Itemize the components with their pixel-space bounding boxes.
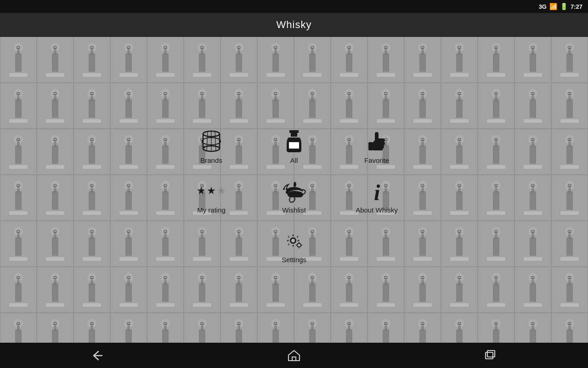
- clock: 7:27: [571, 3, 582, 10]
- brands-label: Brands: [200, 156, 222, 164]
- my-rating-button[interactable]: ★ ★ ★ My rating: [188, 178, 234, 214]
- info-icon: i: [363, 178, 390, 203]
- svg-rect-14: [289, 142, 299, 149]
- stars-icon: ★ ★ ★: [198, 178, 225, 203]
- thumbsup-icon: [363, 128, 390, 154]
- app-title: Whisky: [277, 19, 312, 31]
- gear-icon: [280, 228, 308, 253]
- svg-rect-24: [292, 357, 296, 361]
- favorite-button[interactable]: Favorite: [354, 128, 400, 164]
- menu-row-3: Settings: [271, 228, 317, 264]
- all-button[interactable]: All: [271, 128, 317, 164]
- back-button[interactable]: [84, 346, 112, 365]
- svg-point-22: [298, 244, 300, 247]
- bottle-icon: [280, 128, 308, 154]
- battery-icon: 📶: [549, 3, 557, 10]
- menu-row-2: ★ ★ ★ My rating: [188, 178, 400, 214]
- about-whisky-button[interactable]: i About Whisky: [354, 178, 400, 214]
- app-bar: Whisky: [0, 13, 588, 37]
- svg-line-9: [207, 132, 208, 151]
- svg-rect-13: [291, 133, 297, 137]
- svg-rect-12: [289, 130, 299, 133]
- svg-rect-26: [487, 351, 495, 357]
- svg-point-17: [286, 188, 288, 190]
- svg-line-11: [215, 132, 216, 151]
- network-indicator: 3G: [539, 3, 547, 10]
- settings-label: Settings: [282, 256, 306, 264]
- main-content: Brands All: [0, 37, 588, 355]
- lamp-icon: [280, 178, 308, 203]
- menu-row-1: Brands All: [188, 128, 400, 164]
- wishlist-label: Wishlist: [282, 206, 306, 214]
- home-button[interactable]: [280, 346, 308, 365]
- svg-point-20: [291, 239, 295, 242]
- my-rating-label: My rating: [197, 206, 226, 214]
- barrel-icon: [198, 128, 225, 154]
- battery-level: 🔋: [560, 3, 568, 10]
- all-label: All: [290, 156, 298, 164]
- svg-point-16: [283, 188, 285, 190]
- status-bar: 3G 📶 🔋 7:27: [0, 0, 588, 13]
- svg-text:i: i: [374, 180, 380, 203]
- favorite-label: Favorite: [364, 156, 389, 164]
- brands-button[interactable]: Brands: [188, 128, 234, 164]
- wishlist-button[interactable]: Wishlist: [271, 178, 317, 214]
- recents-button[interactable]: [476, 346, 504, 365]
- nav-bar: [0, 343, 588, 368]
- about-whisky-label: About Whisky: [356, 206, 398, 214]
- svg-rect-25: [486, 352, 493, 359]
- svg-rect-15: [368, 142, 373, 150]
- settings-button[interactable]: Settings: [271, 228, 317, 264]
